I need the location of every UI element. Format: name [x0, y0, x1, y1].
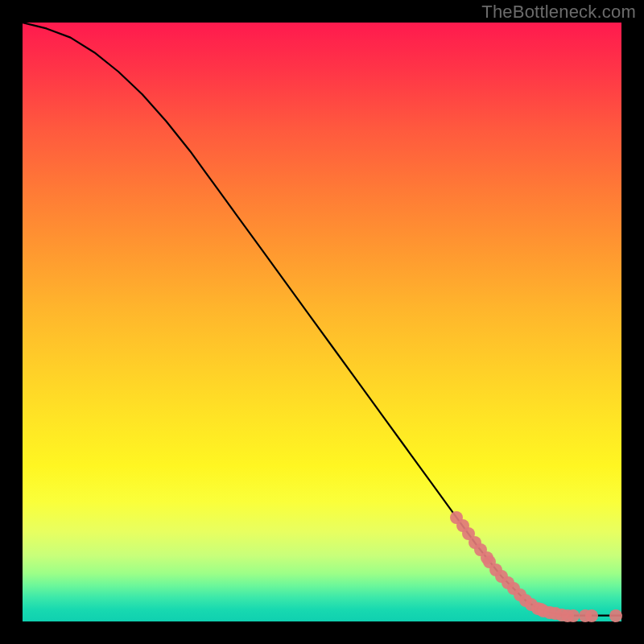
- chart-frame: TheBottleneck.com: [0, 0, 644, 644]
- marker-points-layer: [23, 23, 621, 621]
- watermark-text: TheBottleneck.com: [481, 2, 636, 23]
- marker-point: [609, 609, 622, 622]
- chart-plot-area: [23, 23, 621, 621]
- marker-point: [567, 609, 580, 622]
- marker-point: [585, 609, 598, 622]
